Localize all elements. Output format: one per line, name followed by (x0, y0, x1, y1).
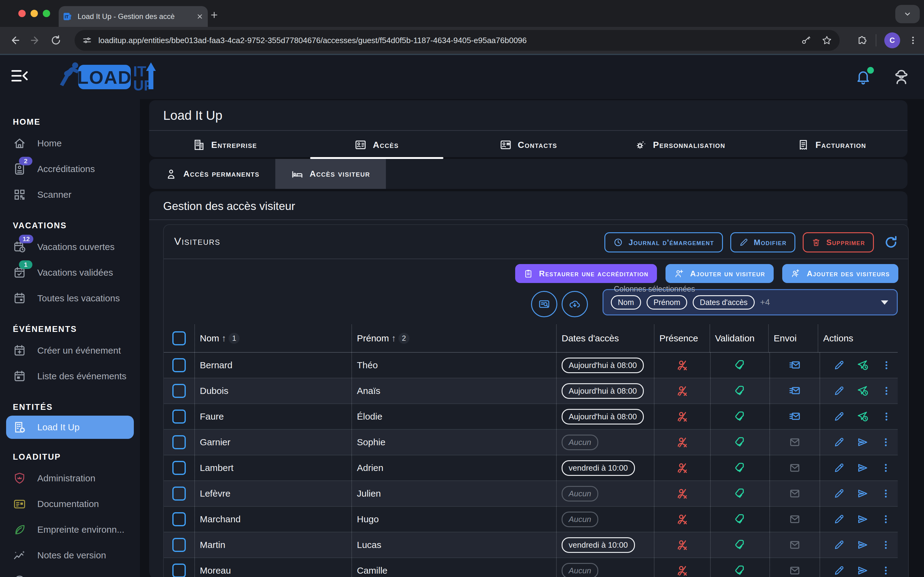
row-checkbox[interactable] (172, 487, 186, 501)
send-row-icon[interactable] (857, 565, 868, 576)
sidebar-item-home[interactable]: Home (0, 131, 140, 156)
row-menu-icon[interactable] (881, 463, 891, 473)
send-mail-icon[interactable] (789, 564, 801, 577)
send-mail-icon[interactable] (789, 411, 801, 423)
columns-select[interactable]: Colonnes sélectionnées Nom Prénom Dates … (602, 289, 898, 315)
presence-absent-icon[interactable] (676, 384, 689, 397)
tab-personnalisation[interactable]: Personnalisation (604, 131, 756, 159)
row-menu-icon[interactable] (881, 411, 892, 422)
extensions-icon[interactable] (856, 34, 868, 46)
close-window-button[interactable] (18, 10, 26, 17)
sidebar-item-vacations-ouvertes[interactable]: 12Vacations ouvertes (0, 234, 140, 260)
edit-row-icon[interactable] (834, 385, 845, 396)
sidebar-item-empreinte-environn-[interactable]: Empreinte environn... (0, 517, 140, 543)
presence-absent-icon[interactable] (676, 436, 689, 449)
validation-icon[interactable] (734, 487, 747, 500)
validation-icon[interactable] (734, 410, 747, 423)
send-mail-icon[interactable] (789, 513, 801, 525)
search-table-button[interactable] (531, 291, 557, 317)
edit-row-icon[interactable] (834, 514, 845, 525)
notifications-button[interactable] (855, 69, 871, 85)
address-bar[interactable]: loaditup.app/entities/bbe013ad-faa3-4ca2… (74, 30, 840, 51)
column-header-actions[interactable]: Actions (818, 324, 897, 352)
row-checkbox[interactable] (172, 358, 186, 372)
export-button[interactable] (562, 291, 588, 317)
edit-row-icon[interactable] (834, 360, 845, 371)
row-checkbox[interactable] (172, 564, 186, 577)
send-row-icon[interactable] (857, 462, 868, 474)
send-mail-icon[interactable] (789, 539, 801, 551)
row-checkbox[interactable] (172, 512, 186, 526)
validation-icon[interactable] (734, 384, 747, 397)
column-chip[interactable]: Nom (611, 295, 641, 309)
restaurer-accreditation-button[interactable]: Restaurer une accréditation (515, 264, 657, 283)
sidebar-item-accr-ditations[interactable]: 2Accréditations (0, 156, 140, 182)
sidebar-item-documentation[interactable]: Documentation (0, 491, 140, 517)
row-menu-icon[interactable] (881, 514, 891, 524)
send-row-icon[interactable] (857, 385, 869, 397)
presence-absent-icon[interactable] (676, 410, 689, 423)
send-mail-icon[interactable] (789, 385, 801, 397)
row-menu-icon[interactable] (881, 360, 892, 371)
column-header-dates[interactable]: Dates d'accès (556, 324, 654, 352)
sidebar-item-scanner[interactable]: Scanner (0, 182, 140, 208)
row-checkbox[interactable] (172, 538, 186, 552)
send-mail-icon[interactable] (789, 487, 801, 500)
ajouter-un-visiteur-button[interactable]: Ajouter un visiteur (665, 264, 774, 283)
validation-icon[interactable] (734, 564, 747, 577)
column-chip[interactable]: Prénom (647, 295, 687, 309)
sidebar-item-liste-des-v-nements[interactable]: Liste des événements (0, 363, 140, 389)
row-checkbox[interactable] (172, 461, 186, 475)
edit-row-icon[interactable] (834, 437, 845, 448)
send-row-icon[interactable] (857, 411, 869, 423)
validation-icon[interactable] (734, 513, 747, 525)
send-mail-icon[interactable] (789, 359, 801, 371)
edit-row-icon[interactable] (834, 488, 845, 499)
browser-profile-avatar[interactable]: C (884, 32, 900, 48)
sidebar-toggle-icon[interactable] (11, 68, 28, 83)
presence-absent-icon[interactable] (676, 359, 689, 372)
row-menu-icon[interactable] (881, 437, 891, 447)
supprimer-button[interactable]: Supprimer (803, 232, 874, 253)
column-header-prenom[interactable]: Prénom ↑ 2 (357, 333, 409, 344)
date-access-chip[interactable]: vendredi à 10:00 (562, 537, 635, 553)
send-row-icon[interactable] (857, 539, 868, 551)
date-access-chip[interactable]: Aujourd'hui à 08:00 (562, 358, 644, 373)
date-access-chip[interactable]: Aujourd'hui à 08:00 (562, 409, 644, 424)
subtab-acc-s-visiteur[interactable]: Accès visiteur (275, 159, 386, 189)
refresh-icon[interactable] (884, 235, 898, 250)
tab-facturation[interactable]: Facturation (756, 131, 908, 159)
tab-entreprise[interactable]: Entreprise (149, 131, 301, 159)
sidebar-item-notes-de-version[interactable]: Notes de version (0, 543, 140, 568)
sidebar-item-cr-er-un-v-nement[interactable]: Créer un événement (0, 338, 140, 363)
send-row-icon[interactable] (857, 359, 869, 371)
send-row-icon[interactable] (857, 488, 868, 500)
validation-icon[interactable] (734, 538, 747, 551)
new-tab-icon[interactable] (210, 11, 218, 19)
row-menu-icon[interactable] (881, 488, 891, 499)
window-controls[interactable] (18, 10, 50, 17)
validation-icon[interactable] (734, 461, 747, 474)
column-header-validation[interactable]: Validation (710, 324, 768, 352)
row-checkbox[interactable] (172, 409, 186, 424)
forward-icon[interactable] (29, 34, 42, 47)
row-menu-icon[interactable] (881, 386, 892, 396)
presence-absent-icon[interactable] (676, 538, 689, 551)
send-row-icon[interactable] (857, 437, 868, 448)
tab-search-button[interactable] (895, 5, 920, 23)
column-header-nom[interactable]: Nom ↑ 1 (200, 333, 240, 344)
edit-row-icon[interactable] (834, 565, 845, 576)
sidebar-item-contact[interactable]: Contact (0, 568, 140, 577)
presence-absent-icon[interactable] (676, 487, 689, 500)
date-access-chip[interactable]: Aucun (562, 486, 598, 501)
row-menu-icon[interactable] (881, 540, 891, 550)
journal-emargement-button[interactable]: Journal d'émargement (604, 232, 723, 253)
column-chip[interactable]: Dates d'accès (693, 295, 754, 309)
close-tab-icon[interactable] (197, 13, 203, 19)
sidebar-item-vacations-valid-es[interactable]: 1Vacations validées (0, 260, 140, 285)
date-access-chip[interactable]: Aucun (562, 512, 598, 527)
row-checkbox[interactable] (172, 384, 186, 398)
sidebar-item-load-it-up[interactable]: Load It Up (6, 416, 134, 439)
sidebar-item-administration[interactable]: Administration (0, 466, 140, 491)
bookmark-star-icon[interactable] (821, 35, 832, 46)
